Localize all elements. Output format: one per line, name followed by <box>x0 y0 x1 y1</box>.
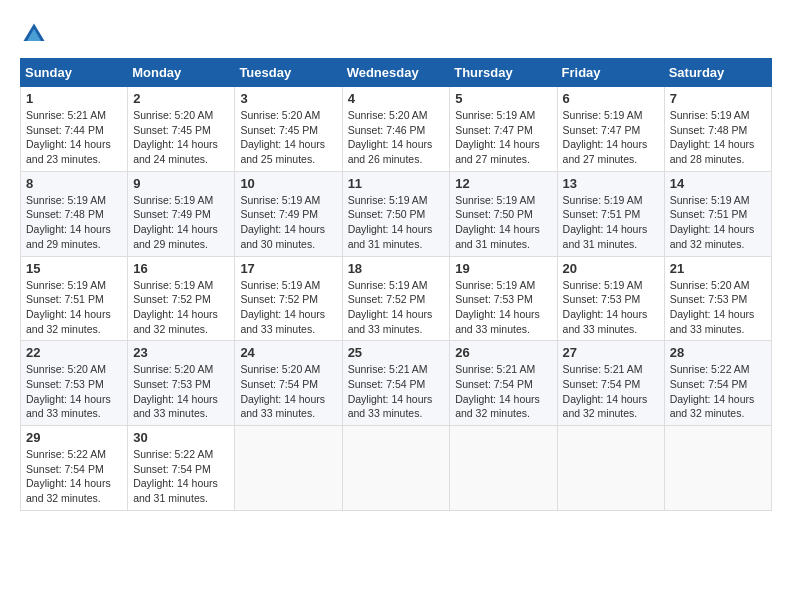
calendar-cell: 18Sunrise: 5:19 AM Sunset: 7:52 PM Dayli… <box>342 256 450 341</box>
cell-info: Sunrise: 5:19 AM Sunset: 7:49 PM Dayligh… <box>133 193 229 252</box>
cell-info: Sunrise: 5:20 AM Sunset: 7:53 PM Dayligh… <box>26 362 122 421</box>
calendar-cell: 3Sunrise: 5:20 AM Sunset: 7:45 PM Daylig… <box>235 87 342 172</box>
cell-info: Sunrise: 5:19 AM Sunset: 7:53 PM Dayligh… <box>455 278 551 337</box>
calendar-cell: 19Sunrise: 5:19 AM Sunset: 7:53 PM Dayli… <box>450 256 557 341</box>
calendar-week-row: 15Sunrise: 5:19 AM Sunset: 7:51 PM Dayli… <box>21 256 772 341</box>
calendar-cell: 15Sunrise: 5:19 AM Sunset: 7:51 PM Dayli… <box>21 256 128 341</box>
cell-info: Sunrise: 5:20 AM Sunset: 7:46 PM Dayligh… <box>348 108 445 167</box>
day-number: 2 <box>133 91 229 106</box>
calendar-cell: 28Sunrise: 5:22 AM Sunset: 7:54 PM Dayli… <box>664 341 771 426</box>
calendar-table: Sunday Monday Tuesday Wednesday Thursday… <box>20 58 772 511</box>
calendar-cell: 12Sunrise: 5:19 AM Sunset: 7:50 PM Dayli… <box>450 171 557 256</box>
calendar-cell: 26Sunrise: 5:21 AM Sunset: 7:54 PM Dayli… <box>450 341 557 426</box>
calendar-cell: 29Sunrise: 5:22 AM Sunset: 7:54 PM Dayli… <box>21 426 128 511</box>
day-number: 7 <box>670 91 766 106</box>
calendar-cell: 27Sunrise: 5:21 AM Sunset: 7:54 PM Dayli… <box>557 341 664 426</box>
col-friday: Friday <box>557 59 664 87</box>
cell-info: Sunrise: 5:19 AM Sunset: 7:47 PM Dayligh… <box>455 108 551 167</box>
cell-info: Sunrise: 5:21 AM Sunset: 7:54 PM Dayligh… <box>348 362 445 421</box>
day-number: 30 <box>133 430 229 445</box>
day-number: 26 <box>455 345 551 360</box>
cell-info: Sunrise: 5:20 AM Sunset: 7:54 PM Dayligh… <box>240 362 336 421</box>
page-header <box>20 20 772 48</box>
day-number: 16 <box>133 261 229 276</box>
day-number: 9 <box>133 176 229 191</box>
calendar-week-row: 22Sunrise: 5:20 AM Sunset: 7:53 PM Dayli… <box>21 341 772 426</box>
cell-info: Sunrise: 5:19 AM Sunset: 7:48 PM Dayligh… <box>26 193 122 252</box>
day-number: 15 <box>26 261 122 276</box>
calendar-header-row: Sunday Monday Tuesday Wednesday Thursday… <box>21 59 772 87</box>
calendar-week-row: 1Sunrise: 5:21 AM Sunset: 7:44 PM Daylig… <box>21 87 772 172</box>
col-thursday: Thursday <box>450 59 557 87</box>
cell-info: Sunrise: 5:19 AM Sunset: 7:51 PM Dayligh… <box>26 278 122 337</box>
cell-info: Sunrise: 5:19 AM Sunset: 7:52 PM Dayligh… <box>240 278 336 337</box>
calendar-cell <box>235 426 342 511</box>
day-number: 12 <box>455 176 551 191</box>
calendar-cell: 23Sunrise: 5:20 AM Sunset: 7:53 PM Dayli… <box>128 341 235 426</box>
calendar-cell: 13Sunrise: 5:19 AM Sunset: 7:51 PM Dayli… <box>557 171 664 256</box>
day-number: 19 <box>455 261 551 276</box>
calendar-cell: 8Sunrise: 5:19 AM Sunset: 7:48 PM Daylig… <box>21 171 128 256</box>
calendar-cell <box>664 426 771 511</box>
day-number: 10 <box>240 176 336 191</box>
day-number: 11 <box>348 176 445 191</box>
day-number: 29 <box>26 430 122 445</box>
day-number: 21 <box>670 261 766 276</box>
cell-info: Sunrise: 5:21 AM Sunset: 7:54 PM Dayligh… <box>563 362 659 421</box>
calendar-week-row: 8Sunrise: 5:19 AM Sunset: 7:48 PM Daylig… <box>21 171 772 256</box>
cell-info: Sunrise: 5:19 AM Sunset: 7:52 PM Dayligh… <box>348 278 445 337</box>
day-number: 27 <box>563 345 659 360</box>
col-monday: Monday <box>128 59 235 87</box>
calendar-cell: 10Sunrise: 5:19 AM Sunset: 7:49 PM Dayli… <box>235 171 342 256</box>
cell-info: Sunrise: 5:20 AM Sunset: 7:45 PM Dayligh… <box>240 108 336 167</box>
calendar-cell: 6Sunrise: 5:19 AM Sunset: 7:47 PM Daylig… <box>557 87 664 172</box>
calendar-cell: 17Sunrise: 5:19 AM Sunset: 7:52 PM Dayli… <box>235 256 342 341</box>
day-number: 1 <box>26 91 122 106</box>
calendar-cell: 9Sunrise: 5:19 AM Sunset: 7:49 PM Daylig… <box>128 171 235 256</box>
day-number: 17 <box>240 261 336 276</box>
calendar-cell: 14Sunrise: 5:19 AM Sunset: 7:51 PM Dayli… <box>664 171 771 256</box>
calendar-cell <box>450 426 557 511</box>
calendar-cell <box>557 426 664 511</box>
calendar-cell: 1Sunrise: 5:21 AM Sunset: 7:44 PM Daylig… <box>21 87 128 172</box>
cell-info: Sunrise: 5:21 AM Sunset: 7:54 PM Dayligh… <box>455 362 551 421</box>
cell-info: Sunrise: 5:19 AM Sunset: 7:52 PM Dayligh… <box>133 278 229 337</box>
logo-icon <box>20 20 48 48</box>
cell-info: Sunrise: 5:19 AM Sunset: 7:51 PM Dayligh… <box>670 193 766 252</box>
calendar-cell: 16Sunrise: 5:19 AM Sunset: 7:52 PM Dayli… <box>128 256 235 341</box>
calendar-cell <box>342 426 450 511</box>
calendar-cell: 2Sunrise: 5:20 AM Sunset: 7:45 PM Daylig… <box>128 87 235 172</box>
col-tuesday: Tuesday <box>235 59 342 87</box>
cell-info: Sunrise: 5:20 AM Sunset: 7:53 PM Dayligh… <box>133 362 229 421</box>
day-number: 18 <box>348 261 445 276</box>
col-sunday: Sunday <box>21 59 128 87</box>
col-saturday: Saturday <box>664 59 771 87</box>
day-number: 6 <box>563 91 659 106</box>
day-number: 25 <box>348 345 445 360</box>
calendar-cell: 7Sunrise: 5:19 AM Sunset: 7:48 PM Daylig… <box>664 87 771 172</box>
col-wednesday: Wednesday <box>342 59 450 87</box>
day-number: 3 <box>240 91 336 106</box>
calendar-cell: 30Sunrise: 5:22 AM Sunset: 7:54 PM Dayli… <box>128 426 235 511</box>
cell-info: Sunrise: 5:21 AM Sunset: 7:44 PM Dayligh… <box>26 108 122 167</box>
calendar-cell: 5Sunrise: 5:19 AM Sunset: 7:47 PM Daylig… <box>450 87 557 172</box>
calendar-cell: 20Sunrise: 5:19 AM Sunset: 7:53 PM Dayli… <box>557 256 664 341</box>
calendar-cell: 25Sunrise: 5:21 AM Sunset: 7:54 PM Dayli… <box>342 341 450 426</box>
calendar-cell: 22Sunrise: 5:20 AM Sunset: 7:53 PM Dayli… <box>21 341 128 426</box>
day-number: 4 <box>348 91 445 106</box>
day-number: 5 <box>455 91 551 106</box>
cell-info: Sunrise: 5:20 AM Sunset: 7:53 PM Dayligh… <box>670 278 766 337</box>
day-number: 28 <box>670 345 766 360</box>
day-number: 22 <box>26 345 122 360</box>
cell-info: Sunrise: 5:19 AM Sunset: 7:49 PM Dayligh… <box>240 193 336 252</box>
calendar-cell: 21Sunrise: 5:20 AM Sunset: 7:53 PM Dayli… <box>664 256 771 341</box>
cell-info: Sunrise: 5:19 AM Sunset: 7:50 PM Dayligh… <box>455 193 551 252</box>
calendar-cell: 4Sunrise: 5:20 AM Sunset: 7:46 PM Daylig… <box>342 87 450 172</box>
day-number: 14 <box>670 176 766 191</box>
day-number: 13 <box>563 176 659 191</box>
cell-info: Sunrise: 5:20 AM Sunset: 7:45 PM Dayligh… <box>133 108 229 167</box>
calendar-week-row: 29Sunrise: 5:22 AM Sunset: 7:54 PM Dayli… <box>21 426 772 511</box>
day-number: 23 <box>133 345 229 360</box>
cell-info: Sunrise: 5:22 AM Sunset: 7:54 PM Dayligh… <box>26 447 122 506</box>
cell-info: Sunrise: 5:22 AM Sunset: 7:54 PM Dayligh… <box>670 362 766 421</box>
